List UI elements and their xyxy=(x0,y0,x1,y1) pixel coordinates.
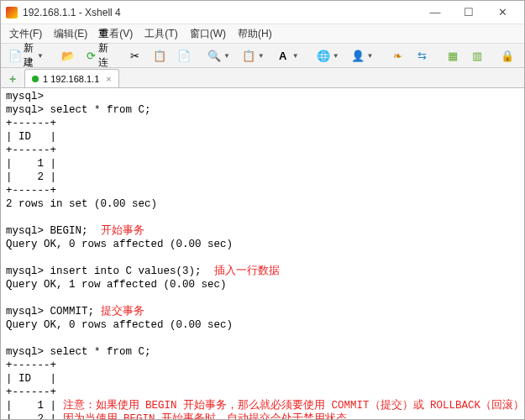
new-icon: 📄 xyxy=(9,50,21,61)
tile-icon: ▦ xyxy=(447,50,459,61)
globe-button[interactable]: 🌐▼ xyxy=(312,46,344,65)
new-tab-button[interactable]: + xyxy=(4,71,21,87)
annotation-insert: 插入一行数据 xyxy=(214,265,280,277)
font-button[interactable]: A▼ xyxy=(272,46,304,65)
folder-icon: 📂 xyxy=(62,50,74,61)
status-indicator xyxy=(32,76,39,82)
find-button[interactable]: 🔍▼ xyxy=(203,46,235,65)
user-button[interactable]: 👤▼ xyxy=(347,46,379,65)
tab-bar: + 1 192.168.1.1 × xyxy=(1,68,524,88)
copy-icon: 📋 xyxy=(154,50,165,61)
transfer-button[interactable]: ⇆ xyxy=(412,46,433,65)
copy-button[interactable]: 📋 xyxy=(149,46,171,65)
menu-bar: 文件(F) 编辑(E) 查看(V) 工具(T) 窗口(W) 帮助(H) xyxy=(1,24,524,43)
cascade-button[interactable]: ▥ xyxy=(466,46,488,65)
properties-icon: 📋 xyxy=(243,50,255,61)
scissors-icon: ✂ xyxy=(129,50,141,61)
menu-tools[interactable]: 工具(T) xyxy=(139,25,182,43)
new-button[interactable]: 📄新建▼ xyxy=(4,46,49,65)
tile-button[interactable]: ▦ xyxy=(442,46,464,65)
font-icon: A xyxy=(277,50,289,61)
cut-button[interactable]: ✂ xyxy=(124,46,146,65)
maximize-button[interactable]: ☐ xyxy=(452,3,486,23)
app-icon xyxy=(6,7,18,18)
close-button[interactable]: ✕ xyxy=(486,3,519,23)
menu-help[interactable]: 帮助(H) xyxy=(233,25,277,43)
session-tab[interactable]: 1 192.168.1.1 × xyxy=(24,69,119,87)
globe-icon: 🌐 xyxy=(318,50,329,61)
menu-file[interactable]: 文件(F) xyxy=(4,25,47,43)
annotation-begin: 开始事务 xyxy=(101,225,144,237)
script-icon: ❧ xyxy=(392,50,404,61)
user-icon: 👤 xyxy=(352,50,364,61)
annotation-commit: 提交事务 xyxy=(101,306,144,318)
tab-title: 1 192.168.1.1 xyxy=(43,74,99,84)
script-button[interactable]: ❧ xyxy=(387,46,409,65)
search-icon: 🔍 xyxy=(208,50,220,61)
props-button[interactable]: 📋▼ xyxy=(238,46,270,65)
menu-window[interactable]: 窗口(W) xyxy=(185,25,231,43)
annotation-note2: 因为当使用 BEGIN 开始事务时，自动提交会处于禁用状态 xyxy=(63,413,348,419)
cascade-icon: ▥ xyxy=(471,50,483,61)
menu-edit[interactable]: 编辑(E) xyxy=(49,25,92,43)
open-button[interactable]: 📂 xyxy=(57,46,79,65)
paste-icon: 📄 xyxy=(178,50,190,61)
terminal-output[interactable]: mysql> mysql> select * from C; +------+ … xyxy=(1,88,524,419)
annotation-note1: 注意：如果使用 BEGIN 开始事务，那么就必须要使用 COMMIT（提交）或 … xyxy=(63,400,524,412)
transfer-icon: ⇆ xyxy=(417,50,428,61)
title-bar: 192.168.1.1 - Xshell 4 — ☐ ✕ xyxy=(1,1,524,24)
reconnect-button[interactable]: ⟳重新连接 xyxy=(81,46,116,65)
paste-button[interactable]: 📄 xyxy=(173,46,195,65)
window-title: 192.168.1.1 - Xshell 4 xyxy=(23,7,418,18)
reconnect-icon: ⟳ xyxy=(87,50,96,61)
lock-icon: 🔒 xyxy=(501,50,513,61)
toolbar: 📄新建▼ 📂 ⟳重新连接 ✂ 📋 📄 🔍▼ 📋▼ A▼ 🌐▼ 👤▼ ❧ ⇆ ▦ … xyxy=(1,43,524,68)
tab-close-icon[interactable]: × xyxy=(106,74,111,84)
lock-button[interactable]: 🔒 xyxy=(496,46,518,65)
minimize-button[interactable]: — xyxy=(418,3,452,23)
